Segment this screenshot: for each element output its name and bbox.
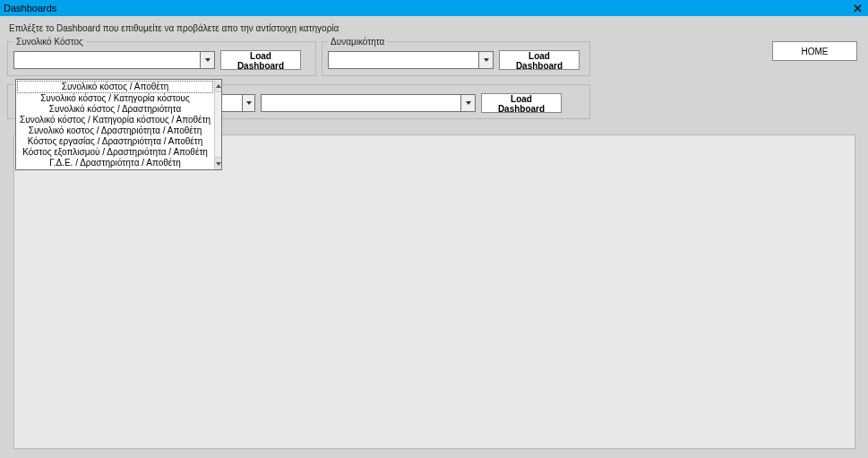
- chevron-down-icon: [246, 101, 252, 105]
- dropdown-item[interactable]: Συνολικό κόστος / Κατηγορία κόστους / Απ…: [16, 115, 214, 125]
- dropdown-item[interactable]: Συνολικό κόστος / Αποθέτη: [17, 81, 213, 93]
- chevron-down-icon: [466, 101, 471, 105]
- scroll-up-icon[interactable]: [215, 80, 221, 92]
- secondary-dropdown-button-2[interactable]: [460, 95, 475, 111]
- instruction-text: Επιλέξτε το Dashboard που επιθυμείτε να …: [9, 23, 859, 33]
- capacity-combobox[interactable]: [328, 51, 494, 69]
- dropdown-item[interactable]: Συνολικό κόστος / Κατηγορία κόστους: [16, 93, 214, 104]
- group-capacity: Δυναμικότητα Load Dashboard: [322, 37, 590, 76]
- capacity-dropdown-button[interactable]: [478, 52, 493, 68]
- chevron-down-icon: [484, 58, 489, 62]
- group-capacity-legend: Δυναμικότητα: [328, 37, 387, 47]
- secondary-load-button[interactable]: Load Dashboard: [481, 93, 562, 113]
- dropdown-scrollbar[interactable]: [214, 80, 221, 169]
- chevron-down-icon: [205, 58, 211, 62]
- capacity-load-button[interactable]: Load Dashboard: [499, 50, 580, 70]
- total-cost-combobox[interactable]: [13, 51, 215, 69]
- dropdown-item[interactable]: Συνολικό κοστος / Δραστηριότητα / Αποθέτ…: [16, 125, 214, 136]
- total-cost-dropdown-list[interactable]: Συνολικό κόστος / Αποθέτη Συνολικό κόστο…: [15, 79, 222, 170]
- home-button[interactable]: HOME: [772, 41, 857, 61]
- capacity-input[interactable]: [329, 52, 478, 68]
- secondary-dropdown-button-1[interactable]: [242, 95, 254, 111]
- secondary-combobox-2[interactable]: [261, 94, 476, 112]
- window-title: Dashboards: [4, 3, 56, 13]
- total-cost-load-button[interactable]: Load Dashboard: [220, 50, 301, 70]
- secondary-input-2[interactable]: [262, 95, 460, 111]
- dropdown-item[interactable]: Κόστος εργασίας / Δραστηριότητα / Αποθέτ…: [16, 136, 214, 147]
- group-total-cost-legend: Συνολικό Κόστος: [13, 37, 86, 47]
- total-cost-input[interactable]: [14, 52, 200, 68]
- dropdown-item[interactable]: Συνολικό κόστος / Δραστηριότητα: [16, 104, 214, 115]
- dashboard-content-panel: [13, 134, 855, 449]
- dropdown-item[interactable]: Κόστος εξοπλισμού / Δραστηριότητα / Αποθ…: [16, 147, 214, 158]
- close-icon[interactable]: ✕: [850, 2, 864, 15]
- dropdown-item[interactable]: Γ.Δ.Ε. / Δραστηριότητα / Αποθέτη: [16, 158, 214, 169]
- title-bar: Dashboards ✕: [0, 0, 868, 16]
- total-cost-dropdown-button[interactable]: [200, 52, 214, 68]
- scroll-down-icon[interactable]: [215, 157, 221, 169]
- group-total-cost: Συνολικό Κόστος Load Dashboard: [7, 37, 316, 76]
